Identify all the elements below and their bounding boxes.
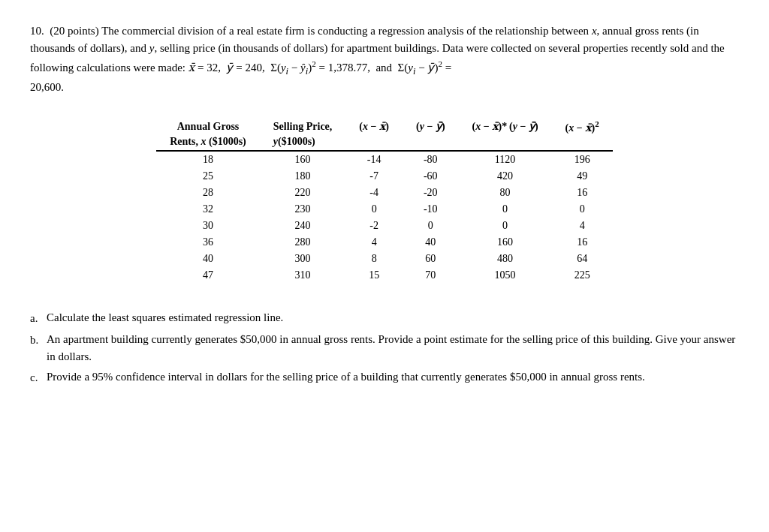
cell-x: 32 [156,201,260,218]
cell-xbar-sq: 0 [552,201,613,218]
answer-text-a: Calculate the least squares estimated re… [47,309,739,328]
cell-x: 36 [156,234,260,251]
cell-y-ybar: -60 [403,168,459,185]
cell-x-xbar: 15 [345,267,403,284]
cell-x: 25 [156,168,260,185]
cell-y: 300 [260,251,346,267]
col-header-selling-price-line2: y($1000s) [260,136,346,151]
col-header-xbar-sq-line1: (x − x̄)2 [552,117,613,136]
answer-label-b: b. [30,331,44,366]
cell-x: 30 [156,218,260,234]
col-header-annual-gross-line1: Annual Gross [156,117,260,136]
cell-x-xbar: 8 [345,251,403,267]
cell-y: 280 [260,234,346,251]
cell-xbar-sq: 49 [552,168,613,185]
col-header-x-xbar-line2 [345,136,403,151]
cell-product: 1120 [459,151,552,168]
cell-xbar-sq: 196 [552,151,613,168]
col-header-y-ybar-line1: (y − ȳ) [403,117,459,136]
cell-product: 480 [459,251,552,267]
cell-x: 28 [156,185,260,201]
table-row: 36 280 4 40 160 16 [156,234,613,251]
cell-x: 40 [156,251,260,267]
cell-x-xbar: -2 [345,218,403,234]
answers-block: a. Calculate the least squares estimated… [30,309,739,390]
cell-xbar-sq: 64 [552,251,613,267]
col-header-annual-gross-line2: Rents, x ($1000s) [156,136,260,151]
answer-item-b: b. An apartment building currently gener… [30,331,739,366]
col-header-product-line2 [459,136,552,151]
question-number: 10. (20 points) [30,25,101,37]
col-header-y-ybar-line2 [403,136,459,151]
cell-y: 230 [260,201,346,218]
cell-y-ybar: 70 [403,267,459,284]
cell-xbar-sq: 16 [552,234,613,251]
cell-y-ybar: -20 [403,185,459,201]
cell-y-ybar: 60 [403,251,459,267]
cell-xbar-sq: 225 [552,267,613,284]
table-row: 25 180 -7 -60 420 49 [156,168,613,185]
cell-product: 1050 [459,267,552,284]
cell-product: 0 [459,218,552,234]
table-row: 30 240 -2 0 0 4 [156,218,613,234]
answer-item-a: a. Calculate the least squares estimated… [30,309,739,328]
table-row: 32 230 0 -10 0 0 [156,201,613,218]
cell-xbar-sq: 4 [552,218,613,234]
table-row: 18 160 -14 -80 1120 196 [156,151,613,168]
table-row: 28 220 -4 -20 80 16 [156,185,613,201]
cell-product: 420 [459,168,552,185]
answer-label-a: a. [30,309,44,328]
question-block: 10. (20 points) The commercial division … [30,23,739,390]
cell-y-ybar: 40 [403,234,459,251]
answer-label-c: c. [30,368,44,387]
cell-product: 80 [459,185,552,201]
table-row: 40 300 8 60 480 64 [156,251,613,267]
answer-item-c: c. Provide a 95% confidence interval in … [30,368,739,387]
cell-x-xbar: 0 [345,201,403,218]
table-row: 47 310 15 70 1050 225 [156,267,613,284]
cell-x-xbar: -4 [345,185,403,201]
cell-y: 310 [260,267,346,284]
cell-x: 47 [156,267,260,284]
cell-y: 220 [260,185,346,201]
col-header-x-xbar-line1: (x − x̄) [345,117,403,136]
cell-x-xbar: 4 [345,234,403,251]
cell-x: 18 [156,151,260,168]
cell-xbar-sq: 16 [552,185,613,201]
cell-y-ybar: -10 [403,201,459,218]
cell-x-xbar: -14 [345,151,403,168]
answer-text-b: An apartment building currently generate… [47,331,739,366]
cell-x-xbar: -7 [345,168,403,185]
table-wrapper: Annual Gross Selling Price, (x − x̄) (y … [30,117,739,284]
data-table: Annual Gross Selling Price, (x − x̄) (y … [156,117,613,284]
answer-text-c: Provide a 95% confidence interval in dol… [47,368,739,387]
cell-y: 180 [260,168,346,185]
question-text: 10. (20 points) The commercial division … [30,23,739,96]
cell-product: 160 [459,234,552,251]
cell-y: 240 [260,218,346,234]
cell-y: 160 [260,151,346,168]
col-header-product-line1: (x − x̄)* (y − ȳ) [459,117,552,136]
col-header-selling-price-line1: Selling Price, [260,117,346,136]
col-header-xbar-sq-line2 [552,136,613,151]
cell-product: 0 [459,201,552,218]
cell-y-ybar: 0 [403,218,459,234]
cell-y-ybar: -80 [403,151,459,168]
